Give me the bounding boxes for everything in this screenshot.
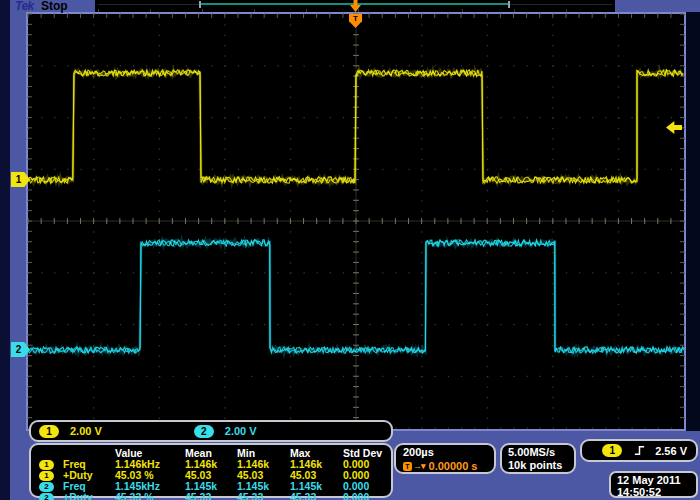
sample-rate: 5.00MS/s: [508, 446, 574, 459]
row-channel-badge: 2: [39, 493, 54, 500]
trigger-level-value: 2.56 V: [655, 445, 687, 457]
right-margin: [686, 12, 700, 431]
measurement-row: 2 +Duty 45.33 % 45.33 45.33 45.33 0.000: [35, 492, 391, 500]
trigger-position-value: 0.00000 s: [429, 460, 478, 473]
graticule: [26, 12, 686, 431]
acquisition-readout: 5.00MS/s 10k points: [500, 443, 576, 474]
row-channel-badge: 1: [39, 471, 54, 481]
channel-2-scale: 2.00 V: [225, 425, 257, 437]
col-mean: Mean: [185, 448, 237, 459]
tek-logo: Tek: [15, 0, 34, 13]
col-stddev: Std Dev: [343, 448, 393, 459]
time-value: 14:50:52: [617, 486, 696, 498]
rising-edge-icon: [633, 444, 646, 457]
measurement-mean: 45.33: [185, 492, 237, 500]
col-min: Min: [237, 448, 290, 459]
timebase-scale: 200µs: [403, 446, 494, 459]
row-channel-badge: 1: [39, 460, 54, 470]
col-value: Value: [115, 448, 185, 459]
record-length: 10k points: [508, 459, 574, 472]
datetime-readout: 12 May 2011 14:50:52: [609, 471, 698, 498]
channel-1-badge: 1: [39, 425, 59, 438]
trigger-source-badge: 1: [602, 444, 622, 457]
measurement-value: 45.33 %: [115, 492, 185, 500]
measurement-name: +Duty: [63, 492, 115, 500]
timebase-readout: 200µs T0.00000 s: [394, 443, 496, 474]
measurement-min: 45.33: [237, 492, 290, 500]
oscilloscope-screen: Tek Stop T 1 2 1 2.00 V 2 2.00 V Value M…: [0, 0, 700, 500]
channel-1-scale: 2.00 V: [70, 425, 102, 437]
measurement-std: 0.000: [343, 492, 393, 500]
trigger-position-readout: T0.00000 s: [403, 459, 494, 473]
channel-2-badge: 2: [194, 425, 214, 438]
trigger-readout: 1 2.56 V: [580, 439, 698, 462]
col-max: Max: [290, 448, 343, 459]
measurements-panel: Value Mean Min Max Std Dev 1 Freq 1.146k…: [29, 443, 393, 498]
trigger-t-icon: T: [403, 462, 412, 471]
channel-readout-bar: 1 2.00 V 2 2.00 V: [29, 420, 393, 442]
acquisition-status: Stop: [41, 0, 68, 13]
date-value: 12 May 2011: [617, 474, 696, 486]
measurement-max: 45.33: [290, 492, 343, 500]
trigger-delay-arrow-icon: [413, 459, 429, 473]
top-bar: Tek Stop: [0, 0, 700, 12]
row-channel-badge: 2: [39, 482, 54, 492]
